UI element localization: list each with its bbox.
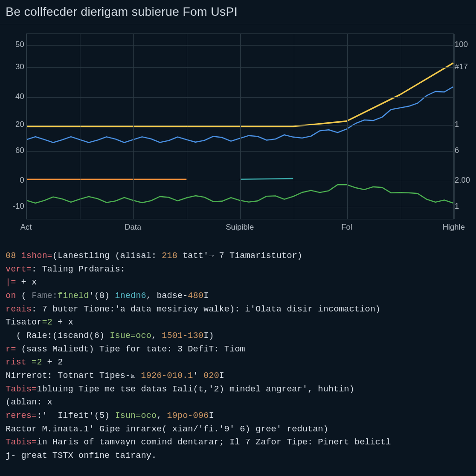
y-axis-right-tick: 2.00 xyxy=(455,176,473,185)
console-line: Tabis=1bluing Tipe me tse datas Iali(t,'… xyxy=(6,383,470,397)
x-axis-tick: Data xyxy=(125,223,141,232)
series-green xyxy=(26,185,453,203)
console-line: r= (sass Maliedt) Tipe for tate: 3 DefiT… xyxy=(6,343,470,357)
x-axis-tick: Highle xyxy=(443,223,465,232)
y-axis-left-tick: 60 xyxy=(7,146,24,155)
y-axis-left-tick: 20 xyxy=(7,120,24,129)
console-line: 08 ishon=(Lanestling (alisal: 218 tatt'→… xyxy=(6,250,470,263)
console-output: 08 ishon=(Lanestling (alisal: 218 tatt'→… xyxy=(0,247,476,463)
y-axis-right-tick: 100 xyxy=(455,40,473,49)
y-axis-left-tick: 0 xyxy=(7,176,24,185)
x-axis-tick: Fol xyxy=(341,223,352,232)
chart-lines xyxy=(26,34,453,219)
console-line: (ablan: x xyxy=(6,396,470,410)
x-axis-tick: Act xyxy=(20,223,32,232)
console-line: Tisator=2 + x xyxy=(6,316,470,330)
y-axis-left-tick: -10 xyxy=(7,202,24,211)
console-line: j- great TSTX onfine tairany. xyxy=(6,450,470,463)
console-line: Ractor M.inata.1' Gipe inrarxe( xian/'fi… xyxy=(6,423,470,436)
console-line: reais: 7 buter Tione:'a data mesiriey wa… xyxy=(6,303,470,317)
plot-area xyxy=(26,33,454,219)
console-line: Tabis=in Haris of tamvayn comind dentara… xyxy=(6,436,470,450)
console-line: vert=: Taling Prdarais: xyxy=(6,263,470,277)
console-line: |= + x xyxy=(6,276,470,290)
console-line: reres=:' Ilfeit'(5) Isun=oco, 19po-096I xyxy=(6,410,470,423)
series-yellow xyxy=(26,63,453,126)
y-axis-right-tick: 1 xyxy=(455,120,473,129)
x-axis-tick: Suipible xyxy=(226,223,254,232)
console-line: ( Rale:(iscand(6) Isue=oco, 1501-130I) xyxy=(6,330,470,343)
chart-title: Be collfecder dierigam subierue Fom UsPI xyxy=(0,0,476,24)
series-teal-short xyxy=(240,178,293,179)
y-axis-right-tick: 1 xyxy=(455,202,473,211)
series-blue xyxy=(26,87,453,143)
line-chart: 50304020600-10100#17162.001ActDataSuipib… xyxy=(0,24,476,247)
console-line: on ( Fame:fineld'(8) inedn6, badse-480I xyxy=(6,290,470,303)
y-axis-right-tick: 6 xyxy=(455,146,473,155)
y-axis-right-tick: #17 xyxy=(455,62,473,72)
y-axis-left-tick: 40 xyxy=(7,92,24,101)
console-line: Nirrerot: Totnart Tipes-☒ 1926-010.1' 02… xyxy=(6,370,470,383)
y-axis-left-tick: 30 xyxy=(7,62,24,72)
y-axis-left-tick: 50 xyxy=(7,40,24,49)
console-line: rist =2 + 2 xyxy=(6,356,470,370)
